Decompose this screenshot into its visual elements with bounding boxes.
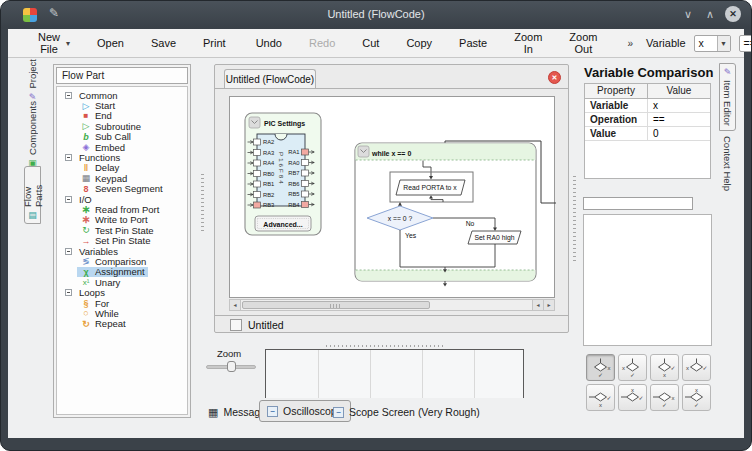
decision-layout-entry-top-check-right-x-below-icon[interactable]: ✓x: [650, 354, 679, 381]
arrow-down-icon: [443, 283, 447, 286]
pic-collapse-button[interactable]: [249, 117, 260, 128]
scroll-left-icon[interactable]: ◂: [532, 300, 543, 310]
toolbar-overflow-icon[interactable]: »: [627, 38, 633, 49]
pic-left-pins[interactable]: [254, 139, 261, 208]
macro-checkbox[interactable]: [230, 319, 242, 331]
tab-scope-screen[interactable]: ~ Scope Screen (Very Rough): [333, 402, 480, 422]
scroll-left-icon[interactable]: ◂: [230, 300, 241, 310]
tree-section-loops[interactable]: Loops: [57, 287, 187, 297]
tree-section-io[interactable]: I/O: [57, 194, 187, 204]
seven-segment-icon: [80, 184, 92, 194]
tree-item-read-from-port[interactable]: Read from Port: [57, 204, 187, 214]
tree-item-write-to-port[interactable]: Write to Port: [57, 215, 187, 225]
chevron-down-icon[interactable]: ▼: [717, 36, 730, 51]
tree-section-common[interactable]: Common: [57, 90, 187, 100]
column-header-property[interactable]: Property: [585, 84, 648, 98]
canvas-horizontal-scrollbar[interactable]: ◂ ◂ ▸: [229, 299, 555, 311]
sidebar-tab-flow-parts[interactable]: Flow Parts ▤: [24, 166, 41, 224]
decision-layout-entry-left-x-right-check-below-icon[interactable]: x✓: [650, 384, 679, 411]
new-file-button[interactable]: New File ▾: [38, 31, 70, 55]
collapse-icon[interactable]: [65, 289, 72, 296]
tree-item-repeat[interactable]: Repeat: [57, 319, 187, 329]
svg-text:x: x: [608, 365, 611, 371]
decision-layout-entry-top-x-right-check-below-icon[interactable]: x✓: [586, 354, 615, 381]
svg-text:x: x: [695, 387, 698, 393]
item-editor-list[interactable]: [583, 214, 712, 346]
tree-item-for[interactable]: For: [57, 298, 187, 308]
sidebar-tab-project[interactable]: Project ✎: [24, 59, 41, 101]
redo-button: Redo: [309, 37, 335, 49]
item-editor-input[interactable]: [583, 197, 693, 210]
svg-text:RB4: RB4: [288, 202, 300, 208]
decision-layout-entry-left-x-above-check-below-icon[interactable]: x✓: [682, 384, 711, 411]
minimize-icon[interactable]: ∨: [681, 8, 695, 21]
svg-text:RB5: RB5: [288, 191, 299, 197]
tree-item-end[interactable]: End: [57, 111, 187, 121]
flow-part-tree: Common Start End Subroutine Sub Call Emb…: [56, 86, 188, 415]
tree-item-while[interactable]: While: [57, 308, 187, 318]
sidebar-tab-context-help[interactable]: Context Help: [719, 136, 736, 208]
collapse-icon[interactable]: [65, 196, 72, 203]
flowchart-canvas[interactable]: while x == 0 Read PORTA to x: [229, 96, 555, 298]
decision-layout-entry-top-x-left-check-below-icon[interactable]: x✓: [618, 354, 647, 381]
scrollbar-thumb[interactable]: [242, 301, 430, 309]
tree-item-unary[interactable]: Unary: [57, 277, 187, 287]
scroll-right-icon[interactable]: ▸: [543, 300, 554, 310]
decision-layout-entry-left-x-above-check-right-icon[interactable]: x✓: [618, 384, 647, 411]
scope-splitter-handle[interactable]: [326, 345, 446, 347]
window-title: Untitled (FlowCode): [1, 8, 751, 20]
column-header-value[interactable]: Value: [648, 84, 710, 98]
tree-item-set-pin-state[interactable]: Set Pin State: [57, 235, 187, 245]
collapse-icon[interactable]: [65, 248, 72, 255]
open-button[interactable]: Open: [97, 37, 124, 49]
tree-item-subroutine[interactable]: Subroutine: [57, 121, 187, 131]
document-tab[interactable]: Untitled (FlowCode): [224, 69, 316, 89]
right-panel-splitter-handle[interactable]: [573, 176, 576, 261]
table-row[interactable]: Variable x: [585, 99, 710, 113]
operation-select[interactable]: == ▼: [739, 35, 752, 52]
for-icon: [80, 298, 92, 308]
collapse-icon[interactable]: [65, 92, 72, 99]
zoom-out-button[interactable]: Zoom Out: [569, 31, 597, 55]
svg-text:x: x: [686, 365, 689, 371]
tree-item-test-pin-state[interactable]: Test Pin State: [57, 225, 187, 235]
table-row[interactable]: Value 0: [585, 127, 710, 141]
cut-button[interactable]: Cut: [362, 37, 379, 49]
decision-layout-entry-left-check-right-x-below-icon[interactable]: ✓x: [586, 384, 615, 411]
collapse-icon[interactable]: [65, 154, 72, 161]
table-row[interactable]: Operation ==: [585, 113, 710, 127]
tree-item-sub-call[interactable]: Sub Call: [57, 132, 187, 142]
tree-item-delay[interactable]: Delay: [57, 163, 187, 173]
tree-item-embed[interactable]: Embed: [57, 142, 187, 152]
tree-item-seven-segment[interactable]: Seven Segment: [57, 184, 187, 194]
close-window-icon[interactable]: ✕: [725, 6, 741, 22]
maximize-icon[interactable]: ∧: [703, 8, 717, 21]
copy-button[interactable]: Copy: [406, 37, 432, 49]
tree-section-functions[interactable]: Functions: [57, 152, 187, 162]
yes-branch-label: Yes: [405, 232, 417, 239]
tree-section-variables[interactable]: Variables: [57, 246, 187, 256]
zoom-slider-thumb[interactable]: [227, 361, 236, 372]
tree-item-assignment[interactable]: Assignment: [57, 267, 187, 277]
sidebar-tab-item-editor[interactable]: ✎ Item Editor: [719, 63, 736, 131]
print-button[interactable]: Print: [203, 37, 226, 49]
while-icon: [80, 308, 92, 318]
tree-item-keypad[interactable]: Keypad: [57, 173, 187, 183]
decision-layout-entry-top-x-left-check-right-icon[interactable]: x✓: [682, 354, 711, 381]
set-ra0-label: Set RA0 high: [474, 234, 514, 242]
close-document-icon[interactable]: ✕: [548, 71, 561, 84]
svg-text:x: x: [663, 372, 666, 378]
variable-select[interactable]: x ▼: [694, 35, 731, 52]
while-collapse-button[interactable]: [358, 146, 369, 157]
zoom-in-button[interactable]: Zoom In: [514, 31, 542, 55]
undo-button[interactable]: Undo: [256, 37, 282, 49]
save-button[interactable]: Save: [151, 37, 176, 49]
decision-label: x == 0 ?: [388, 215, 413, 222]
tree-item-comparison[interactable]: Comparison: [57, 256, 187, 266]
paste-button[interactable]: Paste: [459, 37, 487, 49]
tab-bar-line: [215, 88, 568, 89]
read-porta-label: Read PORTA to x: [403, 184, 457, 191]
sidebar-tab-components[interactable]: Components ▣: [24, 101, 41, 165]
tree-item-start[interactable]: Start: [57, 100, 187, 110]
tree-splitter-handle[interactable]: [201, 171, 204, 231]
